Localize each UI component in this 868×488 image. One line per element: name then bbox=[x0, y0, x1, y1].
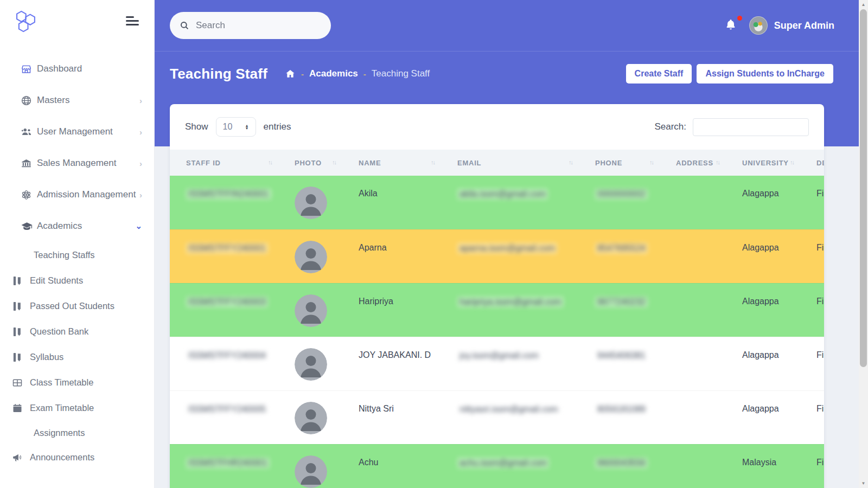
photo-cell bbox=[295, 337, 359, 390]
sidebar-toggle-icon[interactable] bbox=[126, 15, 140, 28]
university-cell: Alagappa bbox=[742, 229, 816, 283]
sidebar-item-class-timetable[interactable]: Class Timetable bbox=[0, 370, 154, 395]
phone-cell: 8056181089 bbox=[595, 390, 676, 444]
avatar bbox=[749, 16, 768, 35]
sidebar-item-label: Announcements bbox=[30, 452, 94, 463]
page-header: Teaching Staff - Academics - Teaching St… bbox=[170, 64, 833, 84]
sidebar-item-label: Passed Out Students bbox=[30, 301, 114, 311]
sidebar-item-user-management[interactable]: User Management › bbox=[0, 116, 154, 147]
sort-icon[interactable]: ↑↓ bbox=[790, 159, 794, 165]
department-cell: Finance bbox=[816, 176, 824, 229]
ruler-pen-icon bbox=[12, 326, 30, 337]
email-cell: aparna.issm@gmail.com bbox=[457, 229, 595, 283]
department-cell: Finance bbox=[816, 390, 824, 444]
col-header-staff-id[interactable]: STAFF ID↑↓ bbox=[170, 150, 295, 176]
create-staff-button[interactable]: Create Staff bbox=[626, 64, 692, 84]
staff-table: STAFF ID↑↓ PHOTO↑↓ NAME↑↓ EMAIL↑↓ PHONE↑… bbox=[170, 150, 824, 488]
notifications-button[interactable] bbox=[724, 18, 737, 33]
sidebar-item-question-bank[interactable]: Question Bank bbox=[0, 319, 154, 344]
search-input[interactable] bbox=[196, 20, 315, 31]
store-icon bbox=[21, 63, 37, 75]
col-header-phone[interactable]: PHONE↑↓ bbox=[595, 150, 676, 176]
name-cell: Akila bbox=[359, 176, 457, 229]
table-row[interactable]: ISSMSTFFY240004JOY JABAKANI. Djoy.issm@g… bbox=[170, 337, 824, 390]
vertical-scrollbar[interactable]: ▲ ▼ bbox=[859, 0, 868, 488]
sort-icon[interactable]: ↑↓ bbox=[268, 159, 272, 165]
address-cell bbox=[676, 229, 742, 283]
table-search-input[interactable] bbox=[693, 118, 809, 136]
sidebar-item-academics[interactable]: Academics ⌄ bbox=[0, 210, 154, 242]
sidebar-item-label: Dashboard bbox=[37, 63, 82, 74]
sidebar-item-exam-timetable[interactable]: Exam Timetable bbox=[0, 395, 154, 421]
table-row[interactable]: ISSMSTFFY240005Nittya Srinittyasri.issm@… bbox=[170, 390, 824, 444]
staff-id-cell: ISSMSTFFY240003 bbox=[170, 283, 295, 337]
page-size-select[interactable]: 10 ▲▼ bbox=[216, 117, 256, 137]
col-header-photo[interactable]: PHOTO↑↓ bbox=[295, 150, 359, 176]
address-cell bbox=[676, 283, 742, 337]
scrollbar-thumb[interactable] bbox=[860, 9, 867, 367]
notification-badge bbox=[737, 16, 742, 21]
table-row[interactable]: ISSMSTFFY240001Aparnaaparna.issm@gmail.c… bbox=[170, 229, 824, 283]
scroll-down-icon[interactable]: ▼ bbox=[859, 479, 868, 488]
user-menu[interactable]: Super Admin bbox=[749, 16, 834, 35]
sidebar-item-passed-out-students[interactable]: Passed Out Students bbox=[0, 293, 154, 319]
sort-icon[interactable]: ↑↓ bbox=[569, 159, 572, 165]
assign-students-button[interactable]: Assign Students to InCharge bbox=[697, 64, 833, 84]
sidebar-item-announcements[interactable]: Announcements bbox=[0, 445, 154, 470]
sidebar-item-edit-students[interactable]: Edit Students bbox=[0, 268, 154, 293]
staff-id-cell: ISSMSTFFY240004 bbox=[170, 337, 295, 390]
department-cell: Finance bbox=[816, 444, 824, 488]
breadcrumb-separator: - bbox=[301, 69, 304, 79]
col-header-email[interactable]: EMAIL↑↓ bbox=[457, 150, 595, 176]
megaphone-icon bbox=[12, 452, 30, 463]
col-header-name[interactable]: NAME↑↓ bbox=[359, 150, 457, 176]
col-header-address[interactable]: ADDRESS↑↓ bbox=[676, 150, 742, 176]
sidebar-item-masters[interactable]: Masters › bbox=[0, 85, 154, 116]
sidebar-item-label: Academics bbox=[37, 221, 82, 232]
scroll-up-icon[interactable]: ▲ bbox=[859, 0, 868, 9]
sidebar-item-sales-management[interactable]: Sales Management › bbox=[0, 147, 154, 179]
university-cell: Alagappa bbox=[742, 176, 816, 229]
address-cell bbox=[676, 444, 742, 488]
breadcrumb-academics[interactable]: Academics bbox=[309, 68, 358, 79]
sidebar-item-assignments[interactable]: Assignments bbox=[0, 421, 154, 445]
staff-id-cell: ISSMSTFFIN240001 bbox=[170, 176, 295, 229]
sidebar-item-label: Teaching Staffs bbox=[34, 250, 95, 260]
sort-icon[interactable]: ↑↓ bbox=[332, 159, 336, 165]
staff-avatar bbox=[295, 402, 327, 434]
sidebar-item-dashboard[interactable]: Dashboard bbox=[0, 53, 154, 85]
table-controls: Show 10 ▲▼ entries Search: bbox=[170, 104, 824, 150]
staff-id-cell: ISSMSTFFY240001 bbox=[170, 229, 295, 283]
name-cell: Achu bbox=[359, 444, 457, 488]
sort-icon[interactable]: ↑↓ bbox=[431, 159, 435, 165]
breadcrumb-current: Teaching Staff bbox=[372, 68, 430, 79]
entries-label: entries bbox=[264, 121, 291, 132]
global-search[interactable] bbox=[170, 12, 331, 39]
chevron-right-icon: › bbox=[139, 159, 142, 168]
ruler-pen-icon bbox=[12, 301, 30, 312]
home-icon[interactable] bbox=[285, 68, 296, 79]
sidebar-item-label: Class Timetable bbox=[30, 377, 93, 388]
table-row[interactable]: ISSMSTFFY240003Haripriyaharipriya.issm@g… bbox=[170, 283, 824, 337]
sidebar-item-admission-management[interactable]: Admission Management › bbox=[0, 179, 154, 210]
page-title: Teaching Staff bbox=[170, 66, 267, 82]
table-icon bbox=[12, 377, 30, 388]
staff-avatar bbox=[295, 294, 327, 327]
sidebar-item-teaching-staffs[interactable]: Teaching Staffs bbox=[0, 242, 154, 268]
phone-cell: 0000000002 bbox=[595, 176, 676, 229]
table-row[interactable]: ISSMSTFFIN240001Akilaakila.issm@gmail.co… bbox=[170, 176, 824, 229]
show-label: Show bbox=[185, 121, 208, 132]
sidebar-item-label: Admission Management bbox=[37, 189, 136, 200]
col-header-university[interactable]: UNIVERSITY↑↓ bbox=[742, 150, 816, 176]
department-cell: Finance bbox=[816, 283, 824, 337]
col-header-department[interactable]: DEPARTMENT bbox=[816, 150, 824, 176]
table-body: ISSMSTFFIN240001Akilaakila.issm@gmail.co… bbox=[170, 176, 824, 488]
chevron-right-icon: › bbox=[139, 127, 142, 137]
staff-avatar bbox=[295, 187, 327, 219]
sort-icon[interactable]: ↑↓ bbox=[649, 159, 653, 165]
chevron-down-icon: ⌄ bbox=[135, 221, 142, 231]
sidebar-item-syllabus[interactable]: Syllabus bbox=[0, 344, 154, 370]
email-cell: akila.issm@gmail.com bbox=[457, 176, 595, 229]
sort-icon[interactable]: ↑↓ bbox=[716, 159, 719, 165]
table-row[interactable]: ISSMSTFHR240001Achuachu.issm@gmail.com96… bbox=[170, 444, 824, 488]
